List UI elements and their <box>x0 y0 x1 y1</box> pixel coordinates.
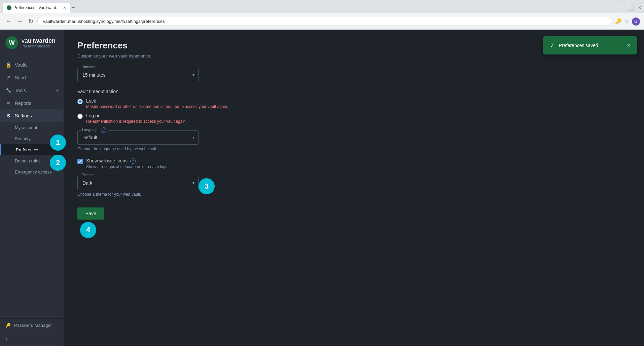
toast-close-button[interactable]: × <box>627 42 631 49</box>
theme-select-wrapper: Theme Default Light Dark Solarized Dark … <box>77 176 199 190</box>
annotation-4: 4 <box>80 222 96 238</box>
vault-timeout-action-group: Vault timeout action Lock Master passwor… <box>77 89 279 124</box>
sidebar-item-settings-label: Settings <box>15 113 58 118</box>
show-icons-content: Show website icons ? Show a recognizable… <box>86 158 170 169</box>
show-icons-checkbox-group: Show website icons ? Show a recognizable… <box>77 158 279 169</box>
language-select-wrapper: Language ? Default English Spanish Frenc… <box>77 130 199 145</box>
show-icons-group: Show website icons ? Show a recognizable… <box>77 158 279 169</box>
sidebar-password-manager[interactable]: 🔑 Password Manager <box>0 318 64 332</box>
sidebar-item-tools-label: Tools <box>15 88 53 93</box>
sidebar-sub-security[interactable]: Security <box>0 133 64 144</box>
window-controls: — ⬜ × <box>618 5 641 11</box>
profile-avatar[interactable]: G <box>632 17 640 26</box>
vaults-icon: 🔒 <box>5 62 11 68</box>
tab-bar: Preferences | Vaultward... × + — ⬜ × <box>0 0 644 13</box>
show-icons-desc: Show a recognizable image next to each l… <box>86 164 170 169</box>
new-tab-button[interactable]: + <box>71 4 75 11</box>
logo-sub: Password Manager <box>22 44 56 48</box>
sidebar-item-reports-label: Reports <box>15 101 58 106</box>
timeout-label: Timeout <box>81 65 97 69</box>
close-window-icon[interactable]: × <box>638 5 641 11</box>
send-icon: ↗ <box>5 75 11 81</box>
active-tab[interactable]: Preferences | Vaultward... × <box>3 3 70 13</box>
language-help-icon[interactable]: ? <box>101 127 106 133</box>
tab-close-button[interactable]: × <box>63 5 66 10</box>
save-button[interactable]: Save <box>77 207 104 220</box>
lock-option: Lock Master password or other unlock met… <box>77 98 279 109</box>
logout-desc: Re-authentication is required to access … <box>86 119 187 124</box>
sidebar-item-send-label: Send <box>15 75 58 80</box>
preferences-form: Timeout Never 1 minute 2 minutes 5 minut… <box>77 68 279 220</box>
tools-chevron-icon: ▾ <box>56 88 58 93</box>
lock-desc: Master password or other unlock method i… <box>86 104 228 109</box>
bookmark-icon[interactable]: ☆ <box>624 18 629 25</box>
language-label: Language ? <box>81 127 108 133</box>
main-content: Preferences Customize your web vault exp… <box>64 30 644 346</box>
logo-brand-light: vault <box>22 37 34 44</box>
lock-radio[interactable] <box>77 99 83 104</box>
timeout-select-wrapper: Timeout Never 1 minute 2 minutes 5 minut… <box>77 68 199 82</box>
show-icons-checkbox[interactable] <box>77 159 83 164</box>
logout-option: Log out Re-authentication is required to… <box>77 113 279 124</box>
address-bar: ← → ↻ 🔑 ☆ G <box>0 13 644 30</box>
toast-check-icon: ✓ <box>550 42 555 49</box>
restore-icon[interactable]: ⬜ <box>628 5 634 11</box>
minimize-icon[interactable]: — <box>618 5 623 11</box>
logo-icon: W <box>5 36 18 49</box>
logout-label: Log out <box>86 113 187 118</box>
logo-text: vaultwarden Password Manager <box>22 37 56 48</box>
back-button[interactable]: ← <box>4 16 13 26</box>
password-manager-bottom-icon: 🔑 <box>5 323 11 328</box>
domain-rules-label: Domain rules <box>15 158 41 163</box>
sidebar-item-settings[interactable]: ⚙ Settings <box>0 109 64 122</box>
vault-timeout-action-title: Vault timeout action <box>77 89 279 94</box>
logo-brand-bold: warden <box>34 37 56 44</box>
collapse-icon: ‹ <box>5 336 7 342</box>
timeout-action-radio-group: Lock Master password or other unlock met… <box>77 98 279 124</box>
sidebar-item-vaults-label: Vaults <box>15 62 58 68</box>
lock-content: Lock Master password or other unlock met… <box>86 98 228 109</box>
app-container: W vaultwarden Password Manager 🔒 Vaults … <box>0 30 644 346</box>
sidebar-collapse-button[interactable]: ‹ <box>0 332 64 346</box>
tab-title: Preferences | Vaultward... <box>13 5 61 10</box>
annotation-2: 2 <box>64 155 66 171</box>
sidebar-sub-preferences[interactable]: Preferences <box>0 144 64 155</box>
reload-button[interactable]: ↻ <box>27 16 35 27</box>
language-group: Language ? Default English Spanish Frenc… <box>77 130 279 151</box>
browser-toolbar-icons: 🔑 ☆ G <box>615 17 640 26</box>
my-account-label: My account <box>15 125 37 130</box>
url-input[interactable] <box>37 17 612 26</box>
timeout-group: Timeout Never 1 minute 2 minutes 5 minut… <box>77 68 279 82</box>
logout-content: Log out Re-authentication is required to… <box>86 113 187 124</box>
forward-button[interactable]: → <box>15 16 24 26</box>
security-label: Security <box>15 136 31 141</box>
theme-select[interactable]: Default Light Dark Solarized Dark Nord <box>77 176 199 190</box>
settings-icon: ⚙ <box>5 113 11 119</box>
reports-icon: ≡ <box>5 100 11 106</box>
sidebar-item-vaults[interactable]: 🔒 Vaults <box>0 59 64 71</box>
sidebar-sub-my-account[interactable]: My account <box>0 122 64 133</box>
logout-radio[interactable] <box>77 114 83 119</box>
theme-group: Theme Default Light Dark Solarized Dark … <box>77 176 279 197</box>
show-icons-help-icon[interactable]: ? <box>130 158 136 164</box>
toast-message: Preferences saved <box>559 43 623 48</box>
lock-label: Lock <box>86 98 228 104</box>
sidebar-logo: W vaultwarden Password Manager <box>0 30 64 56</box>
sidebar-item-send[interactable]: ↗ Send <box>0 71 64 84</box>
theme-label: Theme <box>81 173 95 177</box>
theme-hint: Choose a theme for your web vault. <box>77 192 279 197</box>
sidebar-nav: 🔒 Vaults ↗ Send 🔧 Tools ▾ ≡ Reports ⚙ Se… <box>0 56 64 318</box>
password-manager-icon[interactable]: 🔑 <box>615 18 622 25</box>
sidebar-sub-emergency-access[interactable]: Emergency access <box>0 166 64 178</box>
sidebar-sub-domain-rules[interactable]: Domain rules <box>0 155 64 166</box>
timeout-select[interactable]: Never 1 minute 2 minutes 5 minutes 15 mi… <box>77 68 199 82</box>
sidebar-item-reports[interactable]: ≡ Reports <box>0 97 64 109</box>
sidebar: W vaultwarden Password Manager 🔒 Vaults … <box>0 30 64 346</box>
preferences-saved-toast: ✓ Preferences saved × <box>543 36 637 54</box>
language-hint: Change the language used by the web vaul… <box>77 147 279 151</box>
annotation-1: 1 <box>64 134 66 151</box>
sidebar-item-tools[interactable]: 🔧 Tools ▾ <box>0 84 64 97</box>
browser-chrome: Preferences | Vaultward... × + — ⬜ × ← →… <box>0 0 644 30</box>
emergency-access-label: Emergency access <box>15 169 52 175</box>
show-icons-label: Show website icons ? <box>86 158 170 164</box>
